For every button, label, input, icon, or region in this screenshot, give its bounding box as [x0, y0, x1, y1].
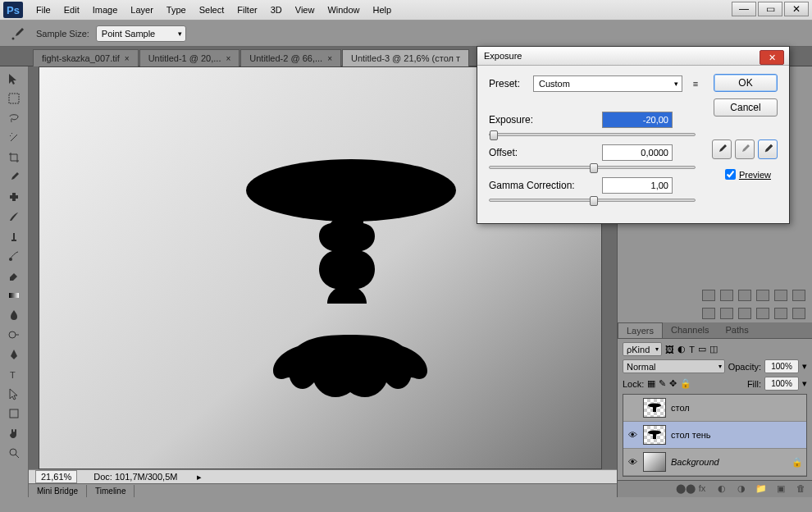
close-button[interactable]: ✕ — [784, 2, 809, 16]
offset-input[interactable] — [602, 144, 673, 161]
adjust-icon[interactable] — [702, 308, 715, 319]
menu-view[interactable]: View — [289, 2, 322, 18]
history-brush-tool[interactable] — [3, 247, 25, 265]
menu-window[interactable]: Window — [321, 2, 366, 18]
fill-input[interactable]: 100% — [764, 377, 799, 391]
menu-select[interactable]: Select — [193, 2, 231, 18]
eyedropper-tool[interactable] — [3, 168, 25, 186]
marquee-tool[interactable] — [3, 89, 25, 107]
blur-tool[interactable] — [3, 306, 25, 324]
menu-help[interactable]: Help — [367, 2, 399, 18]
menu-layer[interactable]: Layer — [124, 2, 160, 18]
menu-file[interactable]: File — [30, 2, 57, 18]
exposure-input[interactable] — [602, 112, 673, 128]
menu-3d[interactable]: 3D — [264, 2, 289, 18]
doc-tab-3[interactable]: Untitled-3 @ 21,6% (стол т — [342, 49, 469, 66]
minimize-button[interactable]: — — [732, 2, 756, 16]
offset-slider[interactable] — [489, 166, 696, 169]
zoom-value[interactable]: 21,61% — [35, 470, 77, 483]
zoom-tool[interactable] — [3, 444, 25, 462]
layer-name[interactable]: стол тень — [671, 430, 711, 440]
hand-tool[interactable] — [3, 424, 25, 442]
adjust-icon[interactable] — [720, 290, 733, 301]
stamp-tool[interactable] — [3, 227, 25, 245]
layer-thumbnail[interactable] — [643, 425, 666, 445]
cancel-button[interactable]: Cancel — [714, 98, 778, 117]
paths-tab[interactable]: Paths — [718, 322, 757, 338]
dodge-tool[interactable] — [3, 326, 25, 344]
blend-mode-dropdown[interactable]: Normal — [623, 359, 725, 373]
opacity-input[interactable]: 100% — [764, 359, 799, 373]
close-icon[interactable]: × — [125, 54, 130, 63]
gamma-slider[interactable] — [489, 199, 696, 202]
adjust-icon[interactable] — [774, 308, 787, 319]
timeline-tab[interactable]: Timeline — [87, 485, 135, 497]
chevron-right-icon[interactable]: ▸ — [197, 472, 202, 482]
fx-icon[interactable]: fx — [696, 483, 709, 495]
menu-image[interactable]: Image — [86, 2, 125, 18]
brush-tool[interactable] — [3, 208, 25, 226]
adjust-icon[interactable] — [774, 290, 787, 301]
link-icon[interactable]: ⬤⬤ — [676, 483, 689, 495]
shape-tool[interactable] — [3, 405, 25, 423]
doc-tab-2[interactable]: Untitled-2 @ 66,...× — [240, 49, 341, 66]
menu-edit[interactable]: Edit — [57, 2, 86, 18]
lock-trans-icon[interactable]: ▦ — [647, 378, 655, 389]
crop-tool[interactable] — [3, 149, 25, 167]
dialog-title-bar[interactable]: Exposure ✕ — [477, 47, 789, 66]
layer-thumbnail[interactable] — [643, 398, 666, 418]
exposure-slider[interactable] — [489, 133, 696, 136]
minibridge-tab[interactable]: Mini Bridge — [29, 485, 87, 497]
preset-dropdown[interactable]: Custom — [533, 75, 682, 92]
wand-tool[interactable] — [3, 129, 25, 147]
visibility-toggle[interactable]: 👁 — [627, 430, 638, 440]
maximize-button[interactable]: ▭ — [758, 2, 782, 16]
doc-tab-0[interactable]: fight-skazka_007.tif× — [33, 49, 139, 66]
layer-name[interactable]: Background — [671, 457, 719, 467]
layers-tab[interactable]: Layers — [618, 322, 663, 338]
adjust-icon[interactable] — [738, 308, 751, 319]
gamma-input[interactable] — [602, 177, 673, 194]
layer-row[interactable]: 👁 стол тень — [623, 422, 806, 449]
layer-filter-kind[interactable]: ρ Kind — [623, 342, 662, 356]
gradient-tool[interactable] — [3, 286, 25, 304]
adjust-icon[interactable] — [756, 308, 769, 319]
eraser-tool[interactable] — [3, 267, 25, 285]
eyedropper-tool-icon[interactable] — [7, 25, 30, 42]
lasso-tool[interactable] — [3, 109, 25, 127]
layer-row[interactable]: стол — [623, 395, 806, 422]
channels-tab[interactable]: Channels — [663, 322, 717, 338]
close-icon[interactable]: × — [327, 54, 332, 63]
lock-pixels-icon[interactable]: ✎ — [659, 378, 666, 389]
layer-row[interactable]: 👁 Background 🔒 — [623, 449, 806, 476]
layer-thumbnail[interactable] — [643, 452, 666, 472]
adjust-icon[interactable] — [738, 290, 751, 301]
visibility-toggle[interactable]: 👁 — [627, 457, 638, 467]
trash-icon[interactable]: 🗑 — [794, 483, 807, 495]
doc-tab-1[interactable]: Untitled-1 @ 20,...× — [139, 49, 240, 66]
type-tool[interactable]: T — [3, 365, 25, 383]
menu-type[interactable]: Type — [160, 2, 193, 18]
preview-checkbox[interactable]: Preview — [725, 169, 771, 180]
black-point-eyedropper[interactable] — [712, 139, 732, 159]
preset-menu-icon[interactable]: ≡ — [689, 77, 702, 90]
adjust-icon[interactable] — [792, 290, 805, 301]
menu-filter[interactable]: Filter — [230, 2, 263, 18]
lock-all-icon[interactable]: 🔒 — [680, 378, 691, 389]
white-point-eyedropper[interactable] — [758, 139, 778, 159]
folder-icon[interactable]: 📁 — [755, 483, 768, 495]
adjust-icon[interactable] — [792, 308, 805, 319]
new-layer-icon[interactable]: ▣ — [774, 483, 787, 495]
adjust-icon[interactable] — [756, 290, 769, 301]
preview-checkbox-input[interactable] — [725, 169, 736, 180]
path-select-tool[interactable] — [3, 385, 25, 403]
dialog-close-button[interactable]: ✕ — [760, 50, 784, 65]
layer-name[interactable]: стол — [671, 403, 690, 413]
pen-tool[interactable] — [3, 345, 25, 363]
adjust-icon[interactable] — [702, 290, 715, 301]
adjustment-icon[interactable]: ◑ — [735, 483, 748, 495]
lock-pos-icon[interactable]: ✥ — [669, 378, 677, 389]
sample-size-dropdown[interactable]: Point Sample — [96, 25, 186, 42]
gray-point-eyedropper[interactable] — [735, 139, 755, 159]
healing-tool[interactable] — [3, 188, 25, 206]
